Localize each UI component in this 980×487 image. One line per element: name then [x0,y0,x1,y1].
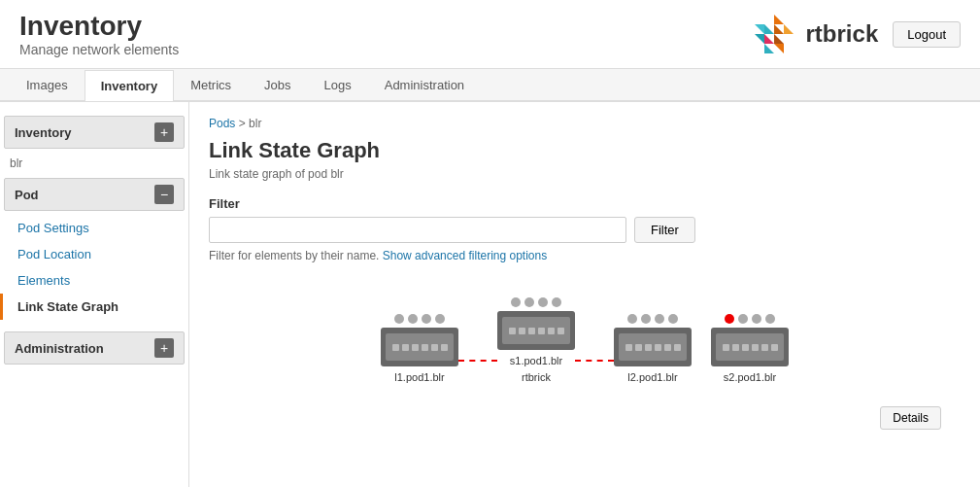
node-l1-port1 [392,344,399,351]
dot-l2-1 [627,314,637,324]
svg-marker-3 [764,24,774,34]
node-s1[interactable]: s1.pod1.blr rtbrick [497,297,575,383]
main-content: Pods > blr Link State Graph Link state g… [189,102,980,487]
sidebar-inventory-add-button[interactable]: + [154,122,174,142]
sidebar-inventory-label: Inventory [15,125,72,140]
breadcrumb-blr: blr [249,117,261,130]
tab-inventory[interactable]: Inventory [84,70,175,101]
sidebar-admin-add-button[interactable]: + [154,338,174,358]
sidebar-item-pod-settings[interactable]: Pod Settings [0,215,188,241]
svg-marker-1 [784,24,794,34]
node-l2[interactable]: l2.pod1.blr [614,314,692,383]
graph-area: l1.pod1.blr [209,278,961,402]
tab-metrics[interactable]: Metrics [174,69,248,100]
node-l1[interactable]: l1.pod1.blr [381,314,458,383]
node-l1-body [381,328,458,366]
page-main-title: Inventory [19,11,179,42]
node-s1-port3 [528,328,535,334]
node-l1-port3 [412,344,419,351]
sidebar-inventory-header[interactable]: Inventory + [4,116,185,149]
sidebar-pod-collapse-button[interactable]: − [154,185,174,204]
node-s1-port6 [558,328,564,334]
filter-advanced-link[interactable]: Show advanced filtering options [383,249,547,262]
svg-marker-7 [755,24,764,34]
node-s1-body [497,311,575,350]
dashed-line-2 [575,360,614,362]
node-l2-port3 [645,344,652,351]
header: Inventory Manage network elements rtbric… [0,0,980,69]
node-l1-label: l1.pod1.blr [394,371,444,383]
connector-s1-l2 [575,360,614,362]
node-s1-port5 [548,328,555,334]
dot-s1-3 [538,297,548,307]
header-left: Inventory Manage network elements [19,11,179,57]
logo-text: rtbrick [806,20,879,48]
node-l1-inner [386,333,454,361]
filter-label: Filter [209,196,961,211]
node-s2[interactable]: s2.pod1.blr [711,314,789,383]
dot-s2-4 [765,314,775,324]
page-title: Link State Graph [209,138,961,163]
tab-administration[interactable]: Administration [368,69,481,100]
sidebar-admin-header[interactable]: Administration + [4,331,185,365]
node-l2-inner [619,333,687,361]
dot-s2-2 [738,314,748,324]
filter-input[interactable] [209,217,626,243]
logo: rtbrick [750,10,879,58]
filter-hint: Filter for elements by their name. Show … [209,249,961,262]
node-l2-port5 [664,344,671,351]
filter-hint-prefix: Filter for elements by their name. [209,249,379,262]
node-l2-port6 [674,344,681,351]
node-l2-dots [627,314,678,324]
logout-button[interactable]: Logout [893,21,961,48]
svg-marker-4 [755,34,764,44]
node-s2-inner [716,333,784,361]
node-s1-port4 [538,328,545,334]
dot-l2-4 [668,314,678,324]
node-l2-port2 [635,344,642,351]
sidebar-pod-label: Pod [15,188,39,202]
page-subtitle: Link state graph of pod blr [209,167,961,181]
breadcrumb: Pods > blr [209,117,961,130]
tab-images[interactable]: Images [10,69,84,100]
svg-marker-8 [774,44,784,53]
dot-s2-3 [752,314,761,324]
node-s1-label2: rtbrick [522,371,551,383]
dot-s1-2 [524,297,534,307]
tab-logs[interactable]: Logs [308,69,368,100]
filter-button[interactable]: Filter [634,217,695,243]
sidebar-pod-header[interactable]: Pod − [4,178,185,211]
details-button[interactable]: Details [880,406,941,430]
svg-marker-0 [774,15,784,24]
node-s1-label: s1.pod1.blr [510,355,562,366]
svg-marker-2 [774,24,784,34]
svg-marker-5 [764,34,774,44]
svg-marker-6 [774,34,784,44]
filter-row: Filter [209,217,961,243]
tab-jobs[interactable]: Jobs [248,69,307,100]
breadcrumb-pods[interactable]: Pods [209,117,235,130]
sidebar-item-link-state-graph[interactable]: Link State Graph [0,294,188,320]
sidebar-item-pod-location[interactable]: Pod Location [0,241,188,267]
sidebar-blr-label: blr [0,153,188,174]
dot-l1-3 [422,314,431,324]
dashed-line-1 [458,360,497,362]
node-s2-port4 [752,344,759,351]
header-right: rtbrick Logout [750,10,961,58]
node-s2-port5 [761,344,768,351]
dot-l1-1 [394,314,404,324]
svg-marker-9 [764,44,774,53]
sidebar-admin-label: Administration [15,341,104,356]
node-s2-port2 [732,344,739,351]
dot-l1-4 [435,314,445,324]
rtbrick-logo-icon [750,10,798,58]
sidebar-item-elements[interactable]: Elements [0,267,188,294]
node-l1-port4 [422,344,428,351]
node-s1-dots [511,297,561,307]
breadcrumb-sep: > [235,117,249,130]
node-s2-label: s2.pod1.blr [724,371,776,383]
sidebar: Inventory + blr Pod − Pod Settings Pod L… [0,102,189,487]
node-s2-port1 [723,344,729,351]
dot-s1-1 [511,297,521,307]
node-s1-port2 [519,328,525,334]
